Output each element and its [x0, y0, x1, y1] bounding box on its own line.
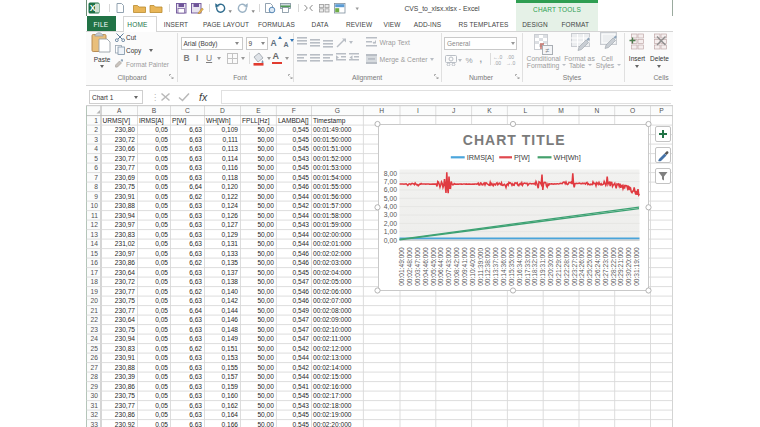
svg-text:WH[Wh]: WH[Wh] [554, 153, 581, 162]
svg-text:00:21:29:000: 00:21:29:000 [555, 247, 562, 286]
svg-text:00:29:21:000: 00:29:21:000 [618, 247, 625, 286]
svg-text:7,00: 7,00 [384, 178, 397, 185]
svg-text:00:16:34:000: 00:16:34:000 [516, 247, 523, 286]
svg-text:00:11:39:000: 00:11:39:000 [477, 247, 484, 285]
svg-text:1,00: 1,00 [384, 228, 397, 235]
svg-text:00:08:42:000: 00:08:42:000 [453, 247, 460, 286]
svg-text:00:03:47:000: 00:03:47:000 [414, 247, 421, 286]
svg-text:P[W]: P[W] [514, 153, 530, 162]
svg-text:00:26:24:000: 00:26:24:000 [594, 247, 601, 286]
svg-text:00:17:33:000: 00:17:33:000 [524, 247, 531, 286]
svg-text:00:28:22:000: 00:28:22:000 [610, 247, 617, 286]
svg-text:00:25:25:000: 00:25:25:000 [586, 247, 593, 286]
svg-text:00:18:32:000: 00:18:32:000 [531, 247, 538, 286]
svg-text:0,00: 0,00 [384, 237, 397, 244]
svg-text:00:06:44:000: 00:06:44:000 [437, 247, 444, 286]
svg-text:00:02:48:000: 00:02:48:000 [406, 247, 413, 286]
svg-text:3,00: 3,00 [384, 211, 397, 218]
svg-text:5,00: 5,00 [384, 195, 397, 202]
svg-text:00:15:35:000: 00:15:35:000 [508, 247, 515, 286]
svg-text:00:13:37:000: 00:13:37:000 [492, 247, 499, 286]
svg-text:6,00: 6,00 [384, 186, 397, 193]
svg-text:00:10:40:000: 00:10:40:000 [469, 247, 476, 286]
svg-text:00:04:46:000: 00:04:46:000 [422, 247, 429, 286]
svg-text:00:07:43:000: 00:07:43:000 [445, 247, 452, 286]
svg-text:2,00: 2,00 [384, 220, 397, 227]
svg-text:00:24:26:000: 00:24:26:000 [578, 247, 585, 286]
svg-text:8,00: 8,00 [384, 170, 397, 177]
svg-text:00:05:45:000: 00:05:45:000 [430, 247, 437, 286]
svg-text:00:01:49:000: 00:01:49:000 [398, 247, 405, 286]
svg-text:00:27:23:000: 00:27:23:000 [602, 247, 609, 286]
svg-text:IRMS[A]: IRMS[A] [467, 153, 494, 162]
svg-text:00:31:19:000: 00:31:19:000 [633, 247, 640, 286]
svg-text:00:12:38:000: 00:12:38:000 [484, 247, 491, 286]
svg-text:4,00: 4,00 [384, 203, 397, 210]
svg-text:00:19:31:000: 00:19:31:000 [539, 247, 546, 286]
svg-text:00:22:28:000: 00:22:28:000 [563, 247, 570, 286]
svg-text:00:09:41:000: 00:09:41:000 [461, 247, 468, 286]
svg-text:00:30:20:000: 00:30:20:000 [625, 247, 632, 286]
svg-text:00:23:27:000: 00:23:27:000 [571, 247, 578, 286]
svg-text:00:20:30:000: 00:20:30:000 [547, 247, 554, 286]
svg-text:00:14:36:000: 00:14:36:000 [500, 247, 507, 286]
